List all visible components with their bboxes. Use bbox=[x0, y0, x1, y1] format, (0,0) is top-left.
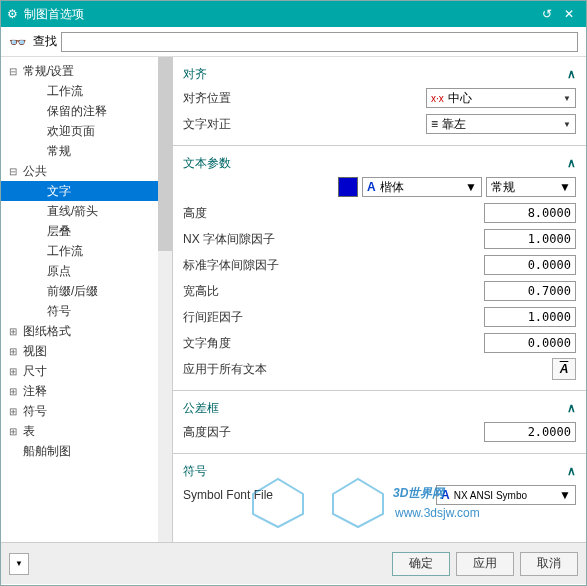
align-just-label: 文字对正 bbox=[183, 116, 426, 133]
tree-item-label: 符号 bbox=[23, 403, 47, 420]
font-icon: A bbox=[441, 488, 450, 502]
tree-scrollbar[interactable] bbox=[158, 57, 172, 542]
section-textparam: 文本参数 ∧ A 楷体 ▼ 常规 ▼ 高度NX 字体间隙因子标准字体间隙因子宽高 bbox=[173, 146, 586, 391]
tree-item-label: 尺寸 bbox=[23, 363, 47, 380]
tree-item[interactable]: ⊞符号 bbox=[1, 401, 172, 421]
apply-all-label: 应用于所有文本 bbox=[183, 361, 552, 378]
window: ⚙ 制图首选项 ↺ ✕ 👓 查找 ⊟常规/设置工作流保留的注释欢迎页面常规⊟公共… bbox=[0, 0, 587, 586]
tree-twisty-icon[interactable]: ⊞ bbox=[9, 346, 21, 357]
tree-item[interactable]: 直线/箭头 bbox=[1, 201, 172, 221]
tree-item-label: 图纸格式 bbox=[23, 323, 71, 340]
tree-item[interactable]: ⊟常规/设置 bbox=[1, 61, 172, 81]
align-just-combo[interactable]: ≡ 靠左 ▼ bbox=[426, 114, 576, 134]
reset-icon[interactable]: ↺ bbox=[536, 7, 558, 21]
search-input[interactable] bbox=[61, 32, 578, 52]
tree-item[interactable]: 文字 bbox=[1, 181, 172, 201]
tol-height-input[interactable] bbox=[484, 422, 576, 442]
gear-icon: ⚙ bbox=[7, 7, 18, 21]
footer: ▼ 确定 应用 取消 bbox=[1, 542, 586, 584]
tree-item-label: 工作流 bbox=[47, 243, 83, 260]
tree-item[interactable]: ⊞尺寸 bbox=[1, 361, 172, 381]
nav-tree[interactable]: ⊟常规/设置工作流保留的注释欢迎页面常规⊟公共文字直线/箭头层叠工作流原点前缀/… bbox=[1, 57, 173, 542]
tree-item[interactable]: 符号 bbox=[1, 301, 172, 321]
tree-item[interactable]: ⊞视图 bbox=[1, 341, 172, 361]
align-pos-combo[interactable]: x·x 中心 ▼ bbox=[426, 88, 576, 108]
tree-item-label: 欢迎页面 bbox=[47, 123, 95, 140]
tree-item[interactable]: 层叠 bbox=[1, 221, 172, 241]
param-label: 标准字体间隙因子 bbox=[183, 257, 484, 274]
param-input[interactable] bbox=[484, 307, 576, 327]
chevron-down-icon: ▼ bbox=[559, 180, 571, 194]
tree-twisty-icon[interactable]: ⊞ bbox=[9, 406, 21, 417]
chevron-up-icon[interactable]: ∧ bbox=[567, 401, 576, 415]
chevron-up-icon[interactable]: ∧ bbox=[567, 464, 576, 478]
chevron-down-icon: ▼ bbox=[465, 180, 477, 194]
align-pos-icon: x·x bbox=[431, 93, 444, 104]
param-input[interactable] bbox=[484, 229, 576, 249]
tree-item[interactable]: 常规 bbox=[1, 141, 172, 161]
tree-item[interactable]: 原点 bbox=[1, 261, 172, 281]
titlebar: ⚙ 制图首选项 ↺ ✕ bbox=[1, 1, 586, 27]
font-combo[interactable]: A 楷体 ▼ bbox=[362, 177, 482, 197]
tree-item-label: 原点 bbox=[47, 263, 71, 280]
param-label: NX 字体间隙因子 bbox=[183, 231, 484, 248]
search-bar: 👓 查找 bbox=[1, 27, 586, 57]
param-label: 宽高比 bbox=[183, 283, 484, 300]
font-style-combo[interactable]: 常规 ▼ bbox=[486, 177, 576, 197]
param-input[interactable] bbox=[484, 203, 576, 223]
tree-item[interactable]: ⊞注释 bbox=[1, 381, 172, 401]
tree-item[interactable]: ⊟公共 bbox=[1, 161, 172, 181]
font-icon: A bbox=[367, 180, 376, 194]
tree-twisty-icon[interactable]: ⊞ bbox=[9, 326, 21, 337]
param-input[interactable] bbox=[484, 333, 576, 353]
param-input[interactable] bbox=[484, 255, 576, 275]
align-left-icon: ≡ bbox=[431, 117, 438, 131]
tree-twisty-icon[interactable]: ⊟ bbox=[9, 166, 21, 177]
tree-item-label: 工作流 bbox=[47, 83, 83, 100]
apply-button[interactable]: 应用 bbox=[456, 552, 514, 576]
tol-height-label: 高度因子 bbox=[183, 424, 484, 441]
tree-item-label: 表 bbox=[23, 423, 35, 440]
tree-twisty-icon[interactable]: ⊞ bbox=[9, 386, 21, 397]
tree-twisty-icon[interactable]: ⊞ bbox=[9, 426, 21, 437]
tree-item[interactable]: 船舶制图 bbox=[1, 441, 172, 461]
param-input[interactable] bbox=[484, 281, 576, 301]
align-pos-label: 对齐位置 bbox=[183, 90, 426, 107]
tree-item-label: 层叠 bbox=[47, 223, 71, 240]
param-label: 文字角度 bbox=[183, 335, 484, 352]
tree-item[interactable]: ⊞表 bbox=[1, 421, 172, 441]
search-label: 查找 bbox=[33, 33, 57, 50]
tree-item[interactable]: 前缀/后缀 bbox=[1, 281, 172, 301]
section-symbol: 符号 ∧ Symbol Font File A NX ANSI Symbo ▼ bbox=[173, 454, 586, 516]
ok-button[interactable]: 确定 bbox=[392, 552, 450, 576]
close-icon[interactable]: ✕ bbox=[558, 7, 580, 21]
tree-item-label: 保留的注释 bbox=[47, 103, 107, 120]
tree-item-label: 前缀/后缀 bbox=[47, 283, 98, 300]
section-title: 对齐 bbox=[183, 66, 567, 83]
tree-item[interactable]: 工作流 bbox=[1, 81, 172, 101]
tree-item[interactable]: 工作流 bbox=[1, 241, 172, 261]
tree-item-label: 注释 bbox=[23, 383, 47, 400]
window-title: 制图首选项 bbox=[24, 6, 536, 23]
chevron-up-icon[interactable]: ∧ bbox=[567, 156, 576, 170]
tree-item[interactable]: ⊞图纸格式 bbox=[1, 321, 172, 341]
tree-twisty-icon[interactable]: ⊟ bbox=[9, 66, 21, 77]
tree-item-label: 视图 bbox=[23, 343, 47, 360]
cancel-button[interactable]: 取消 bbox=[520, 552, 578, 576]
symbol-font-combo[interactable]: A NX ANSI Symbo ▼ bbox=[436, 485, 576, 505]
param-label: 行间距因子 bbox=[183, 309, 484, 326]
text-color-swatch[interactable] bbox=[338, 177, 358, 197]
content-panel: 对齐 ∧ 对齐位置 x·x 中心 ▼ 文字对正 ≡ 靠左 bbox=[173, 57, 586, 542]
section-title: 文本参数 bbox=[183, 155, 567, 172]
chevron-up-icon[interactable]: ∧ bbox=[567, 67, 576, 81]
section-align: 对齐 ∧ 对齐位置 x·x 中心 ▼ 文字对正 ≡ 靠左 bbox=[173, 57, 586, 146]
symbol-font-label: Symbol Font File bbox=[183, 488, 432, 502]
tree-item-label: 常规 bbox=[47, 143, 71, 160]
tree-item-label: 公共 bbox=[23, 163, 47, 180]
chevron-down-icon: ▼ bbox=[559, 488, 571, 502]
apply-all-button[interactable]: A bbox=[552, 358, 576, 380]
tree-item[interactable]: 保留的注释 bbox=[1, 101, 172, 121]
footer-dropdown[interactable]: ▼ bbox=[9, 553, 29, 575]
tree-twisty-icon[interactable]: ⊞ bbox=[9, 366, 21, 377]
tree-item[interactable]: 欢迎页面 bbox=[1, 121, 172, 141]
